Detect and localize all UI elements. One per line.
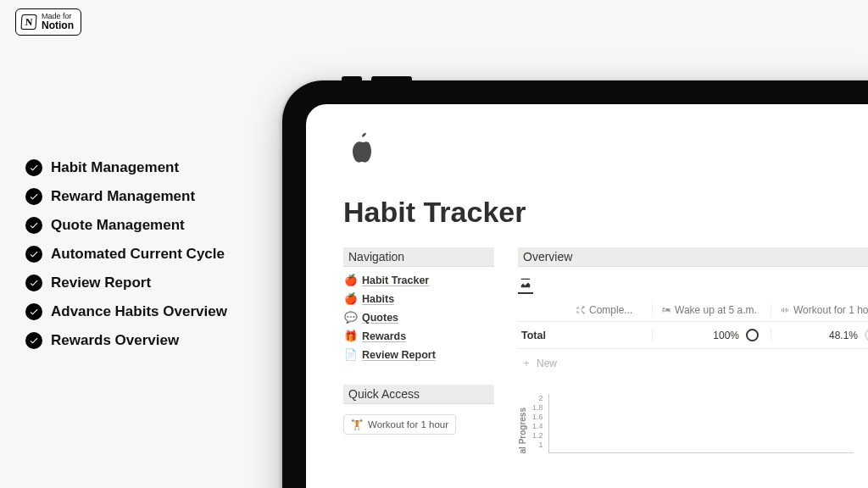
feature-label: Automated Current Cycle	[51, 246, 225, 263]
nav-label: Quotes	[362, 312, 398, 324]
view-tabs	[518, 274, 868, 294]
feature-label: Review Report	[51, 274, 151, 291]
progress-chart: al Progress 2 1.8 1.6 1.4 1.2 1	[518, 394, 868, 453]
apple-icon	[343, 131, 381, 169]
feature-list: Habit Management Reward Management Quote…	[25, 159, 227, 349]
nav-item-review-report[interactable]: 📄 Review Report	[345, 348, 494, 361]
plus-icon: ＋	[521, 356, 531, 370]
nav-item-habit-tracker[interactable]: 🍎 Habit Tracker	[345, 274, 494, 286]
shuffle-icon	[576, 305, 586, 315]
tablet-frame: Habit Tracker Navigation 🍎 Habit Tracker…	[282, 80, 868, 488]
report-icon: 📄	[345, 348, 357, 361]
progress-ring-icon	[865, 329, 868, 341]
feature-label: Habit Management	[51, 159, 179, 176]
cell-workout: 48.1%	[771, 329, 868, 341]
feature-item: Quote Management	[25, 217, 227, 234]
badge-brand: Notion	[42, 20, 74, 31]
check-icon	[25, 303, 42, 320]
gift-icon: 🎁	[345, 330, 357, 342]
chart-y-label: al Progress	[518, 402, 527, 453]
column-workout[interactable]: Workout for 1 hour	[771, 304, 868, 316]
dumbbell-icon	[780, 305, 790, 315]
tablet-button	[342, 76, 362, 83]
quick-access-workout[interactable]: 🏋 Workout for 1 hour	[343, 414, 456, 435]
nav-item-rewards[interactable]: 🎁 Rewards	[345, 330, 494, 342]
apple-icon: 🍎	[345, 292, 357, 305]
row-label: Total	[521, 330, 576, 341]
notion-logo-icon: N	[20, 14, 36, 30]
bed-icon	[661, 305, 671, 315]
quick-access-label: Workout for 1 hour	[368, 419, 448, 430]
apple-icon: 🍎	[345, 274, 357, 286]
check-icon	[25, 274, 42, 291]
quick-access-header: Quick Access	[343, 385, 494, 404]
overview-header: Overview	[518, 247, 868, 267]
tablet-screen: Habit Tracker Navigation 🍎 Habit Tracker…	[306, 104, 868, 488]
feature-label: Advance Habits Overview	[51, 303, 227, 320]
navigation-header: Navigation	[343, 247, 494, 267]
feature-item: Habit Management	[25, 159, 227, 176]
table-row-total[interactable]: Total 100% 48.1% 66.7%	[518, 322, 868, 349]
overview-table: Comple... Wake up at 5 a.m. Workout for …	[518, 299, 868, 377]
nav-item-quotes[interactable]: 💬 Quotes	[345, 311, 494, 324]
nav-label: Habit Tracker	[362, 274, 429, 286]
chart-icon	[520, 277, 531, 289]
column-completion[interactable]: Comple...	[576, 304, 652, 316]
made-for-notion-badge: N Made for Notion	[15, 8, 81, 36]
navigation-list: 🍎 Habit Tracker 🍎 Habits 💬 Quotes �	[343, 274, 494, 361]
progress-ring-icon	[746, 329, 759, 341]
new-label: New	[537, 358, 557, 369]
feature-label: Reward Management	[51, 188, 195, 205]
feature-label: Quote Management	[51, 217, 185, 234]
nav-label: Habits	[362, 293, 394, 305]
check-icon	[25, 332, 42, 349]
check-icon	[25, 217, 42, 234]
chart-y-axis: 2 1.8 1.6 1.4 1.2 1	[532, 394, 543, 453]
tablet-button	[371, 76, 412, 83]
feature-item: Advance Habits Overview	[25, 303, 227, 320]
feature-label: Rewards Overview	[51, 332, 179, 349]
check-icon	[25, 188, 42, 205]
check-icon	[25, 159, 42, 176]
feature-item: Review Report	[25, 274, 227, 291]
feature-item: Rewards Overview	[25, 332, 227, 349]
new-row-button[interactable]: ＋ New	[518, 349, 868, 377]
speech-icon: 💬	[345, 311, 357, 324]
nav-item-habits[interactable]: 🍎 Habits	[345, 292, 494, 305]
nav-label: Rewards	[362, 330, 406, 342]
column-wake-up[interactable]: Wake up at 5 a.m.	[652, 304, 771, 316]
tab-chart-view[interactable]	[518, 274, 533, 294]
feature-item: Reward Management	[25, 188, 227, 205]
dumbbell-icon: 🏋	[351, 419, 363, 430]
nav-label: Review Report	[362, 349, 436, 361]
cell-wake-up: 100%	[652, 329, 771, 341]
chart-plot-area	[548, 394, 854, 453]
feature-item: Automated Current Cycle	[25, 246, 227, 263]
page-title: Habit Tracker	[343, 196, 868, 229]
check-icon	[25, 246, 42, 263]
table-header-spacer	[521, 304, 576, 316]
